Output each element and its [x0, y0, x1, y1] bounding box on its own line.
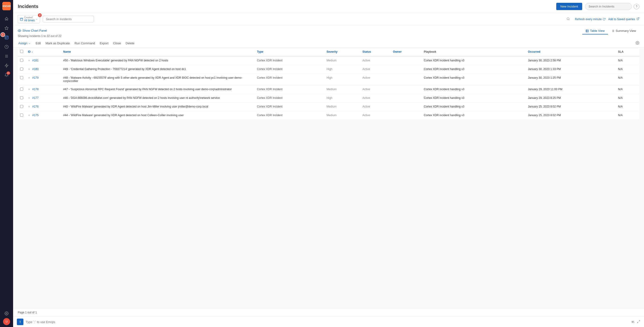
row-name-cell[interactable]: #46 - 'DGA:666096.drctcldfafwr.com' gene…: [61, 94, 254, 103]
row-status-cell: Active: [360, 85, 390, 94]
row-playbook-cell: Cortex XDR incident handling v3: [422, 94, 526, 103]
row-name-cell[interactable]: #48 - 'Malware Activity - 69155578' alon…: [61, 74, 254, 85]
row-id-link[interactable]: #179: [32, 76, 38, 79]
notification-count: 34: [6, 72, 10, 75]
created-label: Created: [24, 16, 35, 19]
row-name-cell[interactable]: #47 - 'Suspicious Abnormal RPC Request F…: [61, 85, 254, 94]
app-logo[interactable]: XSOAR: [2, 2, 11, 10]
row-id-link[interactable]: #181: [32, 59, 38, 62]
incidents-search-wrap: [43, 16, 572, 23]
row-name-cell[interactable]: #45 - 'WildFire Malware' generated by XD…: [61, 103, 254, 111]
table-row: ★ #181 #50 - 'Malicious Windows Executab…: [18, 56, 639, 65]
header-status[interactable]: Status: [360, 48, 390, 56]
row-checkbox-cell: [18, 74, 26, 85]
row-name-cell[interactable]: #50 - 'Malicious Windows Executable' gen…: [61, 56, 254, 65]
row-playbook-cell: Cortex XDR incident handling v3: [422, 56, 526, 65]
header-checkbox-cell: [18, 48, 26, 56]
new-incident-button[interactable]: New Incident: [556, 3, 582, 10]
run-command-button[interactable]: Run Command: [74, 41, 95, 46]
refresh-icon[interactable]: [602, 18, 606, 21]
row-id-link[interactable]: #180: [32, 68, 38, 71]
expand-button[interactable]: [637, 320, 640, 324]
delete-button[interactable]: Delete: [125, 41, 135, 46]
sidebar-item-tasks[interactable]: [2, 43, 11, 51]
assign-button[interactable]: Assign: [18, 41, 31, 46]
row-type-cell: Cortex XDR Incident: [254, 65, 324, 74]
sidebar-item-jobs[interactable]: [2, 52, 11, 61]
row-id-cell: ★ #178: [26, 85, 61, 94]
export-button[interactable]: Export: [99, 41, 109, 46]
select-all-checkbox[interactable]: [20, 50, 23, 53]
star-icon[interactable]: ★: [28, 68, 30, 71]
row-owner-cell: [390, 74, 422, 85]
saved-queries-link[interactable]: Add to Saved queries: [608, 17, 639, 21]
svg-point-28: [637, 42, 638, 43]
row-status-cell: Active: [360, 111, 390, 120]
row-checkbox[interactable]: [20, 88, 23, 91]
row-id-cell: ★ #175: [26, 111, 61, 120]
row-owner-cell: [390, 56, 422, 65]
star-icon[interactable]: ★: [28, 114, 30, 117]
chat-action-button[interactable]: !: [17, 318, 24, 325]
row-occurred-cell: January 30, 2023 1:33 PM: [526, 65, 616, 74]
star-icon[interactable]: ★: [28, 105, 30, 108]
row-type-cell: Cortex XDR Incident: [254, 94, 324, 103]
header-owner[interactable]: Owner: [390, 48, 422, 56]
help-button[interactable]: ?: [634, 4, 639, 9]
row-id-link[interactable]: #175: [32, 114, 38, 117]
row-checkbox[interactable]: [20, 114, 23, 117]
sidebar-item-notifications[interactable]: 34: [2, 71, 11, 79]
row-type-cell: Cortex XDR Incident: [254, 56, 324, 65]
star-icon[interactable]: ★: [28, 59, 30, 62]
sidebar-item-lightning[interactable]: [2, 61, 11, 70]
row-sla-cell: N/A: [616, 56, 639, 65]
show-chart-panel-button[interactable]: Show Chart Panel: [18, 29, 47, 32]
sidebar-item-star[interactable]: [2, 24, 11, 32]
row-name-cell[interactable]: #44 - 'WildFire Malware' generated by XD…: [61, 111, 254, 120]
row-checkbox-cell: [18, 85, 26, 94]
table-row: ★ #176 #45 - 'WildFire Malware' generate…: [18, 103, 639, 111]
sidebar-item-incidents[interactable]: 1: [2, 33, 11, 42]
header-severity[interactable]: Severity: [324, 48, 360, 56]
row-checkbox[interactable]: [20, 68, 23, 71]
showing-text: Showing incidents 1 to 22 out of 22: [18, 35, 639, 38]
row-id-link[interactable]: #177: [32, 96, 38, 100]
header-id[interactable]: ID ↓: [26, 48, 61, 56]
gear-button[interactable]: [636, 41, 639, 46]
star-icon[interactable]: ★: [28, 76, 30, 79]
user-avatar[interactable]: U: [3, 318, 10, 325]
svg-point-9: [6, 313, 7, 314]
global-search-input[interactable]: [585, 3, 632, 10]
header-type[interactable]: Type: [254, 48, 324, 56]
row-type-cell: Cortex XDR Incident: [254, 85, 324, 94]
created-filter[interactable]: Created All times 2: [18, 15, 40, 23]
row-checkbox[interactable]: [20, 76, 23, 79]
row-name-cell[interactable]: #49 - 'Credential Gathering Protection -…: [61, 65, 254, 74]
close-button[interactable]: Close: [113, 41, 122, 46]
view-tabs: Table View Summary View: [582, 28, 639, 35]
row-checkbox[interactable]: [20, 96, 23, 99]
row-id-link[interactable]: #178: [32, 88, 38, 91]
table-view-tab[interactable]: Table View: [582, 28, 608, 35]
star-icon[interactable]: ★: [28, 96, 30, 100]
header-occurred[interactable]: Occurred: [526, 48, 616, 56]
star-icon[interactable]: ★: [28, 88, 30, 91]
row-checkbox[interactable]: [20, 59, 23, 62]
chat-input[interactable]: [26, 320, 630, 324]
row-occurred-cell: January 30, 2023 2:58 PM: [526, 56, 616, 65]
incidents-search-input[interactable]: [43, 16, 94, 23]
external-link-icon: [636, 17, 639, 20]
refresh-label[interactable]: Refresh every minute: [575, 18, 602, 21]
row-id-link[interactable]: #176: [32, 105, 38, 108]
summary-view-tab[interactable]: Summary View: [608, 28, 639, 35]
sidebar-item-home[interactable]: [2, 15, 11, 23]
svg-point-14: [567, 18, 569, 20]
row-playbook-cell: Cortex XDR incident handling v3: [422, 65, 526, 74]
row-checkbox-cell: [18, 65, 26, 74]
mark-duplicate-button[interactable]: Mark as Duplicate: [45, 41, 70, 46]
row-checkbox[interactable]: [20, 105, 23, 108]
row-occurred-cell: January 29, 2023 8:25 PM: [526, 94, 616, 103]
sidebar-item-settings[interactable]: [2, 309, 11, 318]
chat-bar: ! M↓: [13, 316, 644, 327]
edit-button[interactable]: Edit: [35, 41, 41, 46]
